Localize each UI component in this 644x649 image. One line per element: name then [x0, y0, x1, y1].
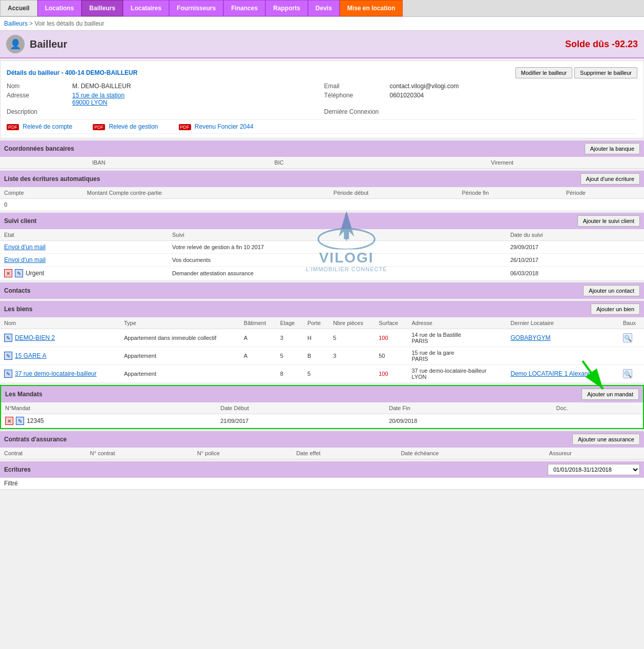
col-date-effet: Date effet	[292, 448, 397, 459]
col-bien-locataire: Dernier Locataire	[507, 317, 619, 329]
col-virement: Virement	[360, 157, 644, 169]
nav-locations[interactable]: Locations	[37, 0, 82, 16]
adresse-value[interactable]: 15 rue de la station69000 LYON	[72, 92, 320, 106]
bien-locataire-2	[507, 347, 619, 365]
ajouter-assurance-button[interactable]: Ajouter une assurance	[572, 434, 640, 445]
suivi-client-table: Etat Suivi Date du suivi Envoi d'un mail…	[0, 229, 644, 280]
col-contrat: Contrat	[0, 448, 86, 459]
releve-gestion-link[interactable]: PDF Relevé de gestion	[93, 123, 158, 130]
supprimer-bailleur-button[interactable]: Supprimer le bailleur	[574, 67, 637, 78]
ecritures-automatiques-title: Liste des écritures automatiques	[4, 175, 100, 182]
col-bien-surface: Surface	[375, 317, 407, 329]
bien-batiment-2: A	[240, 347, 276, 365]
col-bien-type: Type	[120, 317, 240, 329]
suivi-text-3: Demander attestation assurance	[168, 267, 506, 280]
bien-surface-3: 100	[375, 365, 407, 383]
breadcrumb-parent[interactable]: Bailleurs	[4, 20, 28, 27]
releve-compte-link[interactable]: PDF Relevé de compte	[7, 123, 72, 130]
ecriture-montant	[83, 199, 329, 211]
edit-icon-bien-3[interactable]: ✎	[4, 370, 12, 378]
breadcrumb-current: Voir les détails du bailleur	[34, 20, 104, 27]
magnifier-icon-3[interactable]: 🔍	[623, 369, 632, 378]
breadcrumb-separator: >	[29, 20, 34, 27]
bien-adresse-2: 15 rue de la garePARIS	[407, 347, 506, 365]
nom-value: M. DEMO-BAILLEUR	[72, 83, 320, 90]
contrats-assurance-section: Contrats d'assurance Ajouter une assuran…	[0, 431, 644, 459]
contacts-title: Contacts	[4, 287, 30, 294]
details-title: Détails du bailleur - 400-14 DEMO-BAILLE…	[7, 69, 137, 76]
coordonnees-bancaires-section: Coordonnées bancaires Ajouter la banque …	[0, 140, 644, 169]
edit-icon-suivi-3[interactable]: ✎	[15, 269, 23, 277]
nav-locataires[interactable]: Locataires	[123, 0, 169, 16]
bien-nom-2[interactable]: 15 GARE A	[15, 352, 46, 359]
col-bien-nbre-pieces: Nbre pièces	[329, 317, 375, 329]
pdf-icon-releve-gestion: PDF	[93, 124, 105, 130]
ajouter-contact-button[interactable]: Ajouter un contact	[583, 285, 640, 296]
nav-accueil[interactable]: Accueil	[0, 0, 37, 16]
ecritures-section: Ecritures 01/01/2018-31/12/2018 Filtré	[0, 461, 644, 490]
ecritures-filtre: Filtré	[0, 478, 644, 490]
suivi-client-section: Suivi client Ajouter le suivi client Eta…	[0, 213, 644, 280]
nav-mise-en-location[interactable]: Mise en location	[340, 0, 403, 16]
ecritures-automatiques-header: Liste des écritures automatiques Ajout d…	[0, 171, 644, 187]
col-bic: BIC	[198, 157, 361, 169]
bien-locataire-1[interactable]: GOBABYGYM	[511, 334, 551, 341]
suivi-etat-1[interactable]: Envoi d'un mail	[4, 244, 46, 251]
delete-icon-mandat-1[interactable]: ✕	[5, 417, 13, 425]
mandat-numero-1: 12345	[27, 417, 44, 424]
adresse-label: Adresse	[7, 92, 68, 106]
col-montant: Montant Compte contre-partie	[83, 187, 329, 199]
suivi-etat-2[interactable]: Envoi d'un mail	[4, 256, 46, 263]
les-mandats-title: Les Mandats	[5, 391, 43, 398]
contrats-assurance-title: Contrats d'assurance	[4, 436, 67, 443]
table-row: ✕ ✎ Urgent Demander attestation assuranc…	[0, 267, 644, 280]
bien-type-2: Appartement	[120, 347, 240, 365]
delete-icon-suivi-3[interactable]: ✕	[4, 269, 12, 277]
ajout-ecriture-button[interactable]: Ajout d'une écriture	[580, 173, 640, 185]
ajouter-banque-button[interactable]: Ajouter la banque	[585, 143, 640, 154]
nom-label: Nom	[7, 83, 68, 90]
ajouter-suivi-button[interactable]: Ajouter le suivi client	[577, 215, 640, 227]
magnifier-icon-1[interactable]: 🔍	[623, 333, 632, 342]
edit-icon-bien-1[interactable]: ✎	[4, 334, 12, 342]
les-mandats-section: Les Mandats Ajouter un mandat N°Mandat D…	[0, 385, 644, 429]
bien-type-3: Appartement	[120, 365, 240, 383]
suivi-text-2: Vos documents	[168, 254, 506, 267]
ajouter-bien-button[interactable]: Ajouter un bien	[591, 303, 640, 315]
bien-nom-3[interactable]: 37 rue demo-locataire-bailleur	[15, 370, 96, 377]
revenu-foncier-link[interactable]: PDF Revenu Foncier 2044	[179, 123, 254, 130]
les-mandats-table: N°Mandat Date Début Date Fin Doc. ✕ ✎ 12…	[1, 402, 643, 428]
avatar: 👤	[6, 35, 25, 53]
col-suivi: Suivi	[168, 229, 506, 241]
nav-fournisseurs[interactable]: Fournisseurs	[169, 0, 223, 16]
bien-nom-1[interactable]: DEMO-BIEN 2	[15, 334, 55, 341]
modifier-bailleur-button[interactable]: Modifier le bailleur	[515, 67, 572, 78]
ecritures-title: Ecritures	[4, 466, 31, 473]
pdf-icon-revenu-foncier: PDF	[179, 124, 191, 130]
ecriture-periode	[562, 199, 644, 211]
main-content: Détails du bailleur - 400-14 DEMO-BAILLE…	[0, 58, 644, 494]
solde-display: Solde dûs -92.23	[565, 39, 638, 50]
edit-icon-bien-2[interactable]: ✎	[4, 352, 12, 360]
ecritures-automatiques-table: Compte Montant Compte contre-partie Péri…	[0, 187, 644, 211]
nav-finances[interactable]: Finances	[223, 0, 265, 16]
table-row: ✎ 15 GARE A Appartement A 5 B 3 50 15 ru…	[0, 347, 644, 365]
nav-rapports[interactable]: Rapports	[265, 0, 308, 16]
table-row: ✎ DEMO-BIEN 2 Appartement dans immeuble …	[0, 329, 644, 347]
bien-adresse-3: 37 rue demo-locataire-bailleurLYON	[407, 365, 506, 383]
les-mandats-header: Les Mandats Ajouter un mandat	[1, 386, 643, 402]
nav-devis[interactable]: Devis	[308, 0, 340, 16]
bien-locataire-3[interactable]: Demo LOCATAIRE 1 Alexandra	[511, 370, 597, 377]
col-date-echeance: Date échéance	[397, 448, 545, 459]
col-date-suivi: Date du suivi	[506, 229, 644, 241]
mandat-date-fin-1: 20/09/2018	[385, 414, 552, 428]
bien-pieces-1: 5	[329, 329, 375, 347]
bien-adresse-1: 14 rue de la BastillePARIS	[407, 329, 506, 347]
mandat-doc-1	[552, 414, 643, 428]
page-header: 👤 Bailleur Solde dûs -92.23	[0, 31, 644, 58]
suivi-text-1: Votre relevé de gestion à fin 10 2017	[168, 241, 506, 254]
ajouter-mandat-button[interactable]: Ajouter un mandat	[581, 389, 639, 400]
ecritures-date-range[interactable]: 01/01/2018-31/12/2018	[548, 464, 640, 475]
nav-bailleurs[interactable]: Bailleurs	[81, 0, 123, 16]
edit-icon-mandat-1[interactable]: ✎	[16, 417, 24, 425]
